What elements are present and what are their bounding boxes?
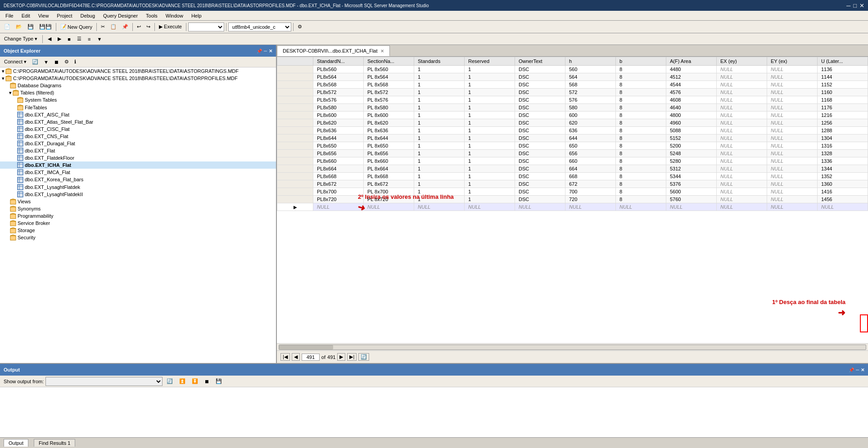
table-cell[interactable]: 644 (565, 134, 616, 142)
table-cell[interactable]: PL 8x650 (364, 142, 414, 150)
new-query-button[interactable]: 📝 New Query (58, 22, 95, 31)
table-cell[interactable]: 1344 (818, 165, 868, 173)
table-cell[interactable]: NULL (767, 188, 818, 196)
window-controls[interactable]: ─ □ ✕ (846, 2, 864, 9)
table-cell[interactable]: 5200 (666, 142, 717, 150)
table-cell[interactable]: NULL (767, 150, 818, 157)
table-cell[interactable]: DSC (515, 89, 565, 96)
menu-item-window[interactable]: Window (162, 12, 187, 19)
table-cell[interactable]: PL8x636 (313, 127, 364, 134)
table-cell[interactable]: 4480 (666, 66, 717, 73)
table-cell[interactable]: 8 (616, 142, 666, 150)
table-cell[interactable]: PL 8x720 (364, 196, 414, 203)
table-cell[interactable]: 8 (616, 104, 666, 112)
table-cell[interactable]: 1 (414, 119, 465, 127)
table-cell[interactable]: 1 (465, 180, 515, 188)
table-cell[interactable]: PL 8x572 (364, 89, 414, 96)
table-cell[interactable]: NULL (767, 180, 818, 188)
table-cell[interactable]: NULL (717, 173, 767, 180)
table-cell[interactable]: PL 8x600 (364, 112, 414, 119)
table-cell[interactable]: PL8x720 (313, 196, 364, 203)
table-cell[interactable]: DSC (515, 150, 565, 157)
table-cell[interactable]: 1360 (818, 180, 868, 188)
table-cell[interactable]: 1 (465, 127, 515, 134)
table-cell[interactable]: 5344 (666, 173, 717, 180)
table-cell[interactable]: 1160 (818, 89, 868, 96)
tree-item[interactable]: dbo.EXT_Flat (0, 147, 276, 154)
column-header[interactable]: EX (ey) (717, 57, 767, 66)
output-pin-icon[interactable]: 📌 (849, 367, 854, 372)
last-page-button[interactable]: ▶| (347, 353, 357, 361)
table-cell[interactable]: 8 (616, 173, 666, 180)
table-cell[interactable]: NULL (767, 73, 818, 81)
menu-item-help[interactable]: Help (188, 12, 205, 19)
table-cell[interactable]: NULL (717, 96, 767, 104)
table-cell[interactable]: PL 8x664 (364, 165, 414, 173)
table-cell[interactable]: PL8x660 (313, 157, 364, 165)
oe-stop-button[interactable]: ⏹ (52, 58, 61, 66)
table-row[interactable]: PL8x572PL 8x57211DSC57284576NULLNULL1160 (277, 89, 868, 96)
tree-item[interactable]: FileTables (0, 103, 276, 111)
open-button[interactable]: 📂 (14, 22, 24, 31)
table-cell[interactable]: 1216 (818, 112, 868, 119)
output-btn5[interactable]: 💾 (213, 377, 224, 385)
table-cell[interactable]: 5760 (666, 196, 717, 203)
table-cell[interactable]: PL 8x672 (364, 180, 414, 188)
table-cell[interactable]: 650 (565, 142, 616, 150)
table-cell[interactable]: 700 (565, 188, 616, 196)
table-row[interactable]: PL8x664PL 8x66411DSC66485312NULLNULL1344 (277, 165, 868, 173)
tree-item[interactable]: Views (0, 198, 276, 205)
table-cell[interactable]: PL8x600 (313, 112, 364, 119)
table-row[interactable]: ▶NULLNULLNULLNULLNULLNULLNULLNULLNULLNUL… (277, 203, 868, 211)
table-row[interactable]: PL8x644PL 8x64411DSC64485152NULLNULL1304 (277, 134, 868, 142)
query-tab-active[interactable]: DESKTOP-C0BRVII\...dbo.EXT_ICHA_Flat ✕ (277, 45, 390, 56)
table-cell[interactable]: DSC (515, 196, 565, 203)
output-btn2[interactable]: ⏫ (177, 377, 188, 385)
table-cell[interactable]: 1 (414, 142, 465, 150)
tree-item[interactable]: Service Broker (0, 220, 276, 227)
table-row[interactable]: PL8x650PL 8x65011DSC65085200NULLNULL1316 (277, 142, 868, 150)
table-cell[interactable]: 668 (565, 173, 616, 180)
prev-page-button[interactable]: ◀ (292, 353, 300, 361)
table-cell[interactable]: 1304 (818, 134, 868, 142)
table-row[interactable]: PL8x636PL 8x63611DSC63685088NULLNULL1288 (277, 127, 868, 134)
table-cell[interactable]: NULL (717, 104, 767, 112)
column-header[interactable]: SectionNa... (364, 57, 414, 66)
table-cell[interactable]: 8 (616, 134, 666, 142)
table-cell[interactable]: NULL (717, 134, 767, 142)
save-all-button[interactable]: 💾💾 (37, 22, 54, 31)
refresh-data-button[interactable]: 🔄 (358, 353, 369, 361)
status-tab-find-results[interactable]: Find Results 1 (34, 439, 75, 447)
table-row[interactable]: PL8x656PL 8x65611DSC65685248NULLNULL1328 (277, 150, 868, 157)
column-header[interactable]: OwnerText (515, 57, 565, 66)
menu-item-project[interactable]: Project (53, 12, 76, 19)
table-cell[interactable]: 1 (414, 180, 465, 188)
table-cell[interactable]: 1256 (818, 119, 868, 127)
table-cell[interactable]: PL 8x644 (364, 134, 414, 142)
table-cell[interactable]: PL8x560 (313, 66, 364, 73)
change-type-button[interactable]: Change Type ▾ (2, 35, 40, 43)
table-cell[interactable]: PL 8x568 (364, 81, 414, 89)
table-cell[interactable]: NULL (717, 150, 767, 157)
table-cell[interactable]: PL8x672 (313, 180, 364, 188)
output-btn1[interactable]: 🔄 (164, 377, 175, 385)
table-cell[interactable]: PL8x564 (313, 73, 364, 81)
table-cell[interactable]: PL 8x668 (364, 173, 414, 180)
table-cell[interactable]: NULL (717, 81, 767, 89)
table-cell[interactable]: NULL (767, 112, 818, 119)
table-cell[interactable]: DSC (515, 73, 565, 81)
table-cell[interactable]: PL8x656 (313, 150, 364, 157)
table-cell[interactable]: 4800 (666, 112, 717, 119)
column-header[interactable]: b (616, 57, 666, 66)
tree-item[interactable]: System Tables (0, 96, 276, 103)
table-cell[interactable]: 8 (616, 127, 666, 134)
table-cell[interactable]: 1 (465, 157, 515, 165)
table-cell[interactable]: 1 (465, 150, 515, 157)
table-cell[interactable]: 572 (565, 89, 616, 96)
table-cell[interactable]: PL 8x560 (364, 66, 414, 73)
table-cell[interactable]: NULL (767, 81, 818, 89)
table-cell[interactable]: DSC (515, 180, 565, 188)
table-cell[interactable]: 1 (465, 165, 515, 173)
table-cell[interactable]: DSC (515, 142, 565, 150)
table-cell[interactable]: PL8x644 (313, 134, 364, 142)
